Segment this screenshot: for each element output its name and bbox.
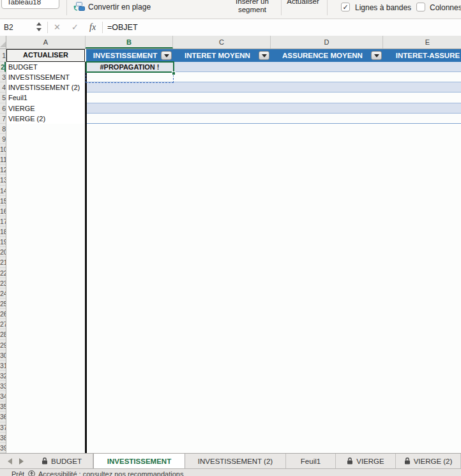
row-header-31[interactable]: 31: [0, 361, 6, 371]
cell-a3[interactable]: INVESTISSEMENT: [6, 72, 85, 82]
status-bar: Prêt Accessibilité : consultez nos recom…: [0, 468, 461, 476]
banded-columns-checkbox[interactable]: [416, 3, 425, 11]
formula-input[interactable]: =OBJET: [107, 19, 138, 36]
cell-a2[interactable]: BUDGET: [6, 62, 85, 72]
row-header-7[interactable]: 7: [0, 114, 6, 124]
formula-bar: B2 ✕ ✓ fx =OBJET: [0, 19, 461, 36]
row-header-25[interactable]: 25: [0, 299, 6, 309]
confirm-formula-button[interactable]: ✓: [72, 19, 79, 36]
filter-dropdown-button[interactable]: [161, 51, 172, 60]
prev-sheet-icon[interactable]: [8, 458, 12, 465]
insert-slicer-button[interactable]: Insérer un segment: [217, 0, 287, 14]
row-header-19[interactable]: 19: [0, 237, 6, 247]
filter-dropdown-button[interactable]: [259, 51, 269, 60]
row-header-20[interactable]: 20: [0, 247, 6, 257]
column-header-e[interactable]: E: [383, 36, 461, 48]
refresh-button[interactable]: Actualiser: [279, 0, 327, 6]
row-header-15[interactable]: 15: [0, 196, 6, 206]
row-header-11[interactable]: 11: [0, 154, 6, 165]
table-header-assurence-moyenn[interactable]: ASSURENCE MOYENN: [271, 49, 383, 62]
table-header-interet-moyenn[interactable]: INTERET MOYENN: [173, 49, 271, 62]
row-header-13[interactable]: 13: [0, 175, 6, 185]
sheet-tab-budget[interactable]: BUDGET: [31, 454, 93, 468]
row-header-9[interactable]: 9: [0, 134, 6, 144]
row-header-21[interactable]: 21: [0, 257, 6, 267]
row-header-27[interactable]: 27: [0, 319, 6, 329]
row-header-36[interactable]: 36: [0, 412, 6, 422]
row-header-1[interactable]: 1: [0, 49, 6, 62]
next-sheet-icon[interactable]: [19, 458, 24, 465]
cancel-formula-button[interactable]: ✕: [54, 19, 61, 36]
banded-rows-checkbox[interactable]: ✓: [341, 3, 350, 11]
convert-to-range-icon: [73, 2, 85, 11]
table-row-5[interactable]: [86, 93, 461, 103]
row-header-14[interactable]: 14: [0, 186, 6, 196]
table-header-label: INTERET-ASSURE: [383, 49, 461, 62]
table-row-7[interactable]: [86, 114, 461, 124]
filter-arrow-icon: [164, 54, 169, 57]
cell-a7[interactable]: VIERGE (2): [6, 114, 85, 124]
sheet-tab-feuil1[interactable]: Feuil1: [286, 454, 336, 468]
convert-to-range-button[interactable]: Convertir en plage: [88, 3, 151, 11]
column-header-d[interactable]: D: [271, 36, 383, 48]
row-header-3[interactable]: 3: [0, 72, 6, 82]
sheet-tab-investissement-2-[interactable]: INVESTISSEMENT (2): [185, 454, 286, 468]
row-header-4[interactable]: 4: [0, 82, 6, 93]
insert-function-button[interactable]: fx: [89, 19, 96, 36]
select-all-corner[interactable]: [0, 36, 6, 48]
row-header-24[interactable]: 24: [0, 288, 6, 299]
cell-a4[interactable]: INVESTISSEMENT (2): [6, 82, 85, 93]
row-header-12[interactable]: 12: [0, 165, 6, 175]
row-header-26[interactable]: 26: [0, 309, 6, 319]
filter-dropdown-button[interactable]: [371, 51, 382, 60]
row-header-35[interactable]: 35: [0, 401, 6, 412]
row-header-39[interactable]: 39: [0, 443, 6, 453]
row-header-8[interactable]: 8: [0, 124, 6, 134]
row-header-23[interactable]: 23: [0, 278, 6, 288]
formula-bar-separator: [102, 22, 103, 33]
column-header-c[interactable]: C: [173, 36, 271, 48]
sheet-tab-label: VIERGE: [356, 457, 384, 465]
cell-a1-actualiser-button[interactable]: ACTUALISER: [6, 49, 85, 62]
row-header-30[interactable]: 30: [0, 350, 6, 361]
row-header-32[interactable]: 32: [0, 371, 6, 381]
row-header-29[interactable]: 29: [0, 340, 6, 350]
active-cell-b2[interactable]: #PROPAGATION !: [86, 61, 174, 73]
column-header-b[interactable]: B: [86, 36, 173, 48]
table-row-6[interactable]: [86, 103, 461, 114]
cell-a5[interactable]: Feuil1: [6, 93, 85, 103]
row-header-18[interactable]: 18: [0, 227, 6, 237]
table-header-investissement[interactable]: INVESTISSEMENT: [86, 49, 173, 62]
table-row-4[interactable]: [86, 82, 461, 93]
row-header-5[interactable]: 5: [0, 93, 6, 103]
sheet-tab-bar: BUDGETINVESTISSEMENTINVESTISSEMENT (2)Fe…: [0, 453, 461, 468]
stepper-up-icon: [36, 22, 42, 26]
table-header-interet-assure[interactable]: INTERET-ASSURE: [383, 49, 461, 62]
row-header-34[interactable]: 34: [0, 391, 6, 401]
sheet-tab-vierge-2-[interactable]: VIERGE (2): [396, 454, 461, 468]
row-header-33[interactable]: 33: [0, 381, 6, 391]
fill-handle[interactable]: [172, 71, 176, 75]
row-header-28[interactable]: 28: [0, 329, 6, 339]
banded-columns-label: Colonnes à: [430, 3, 461, 12]
row-header-2[interactable]: 2: [0, 62, 6, 72]
row-header-17[interactable]: 17: [0, 216, 6, 227]
name-box[interactable]: B2: [4, 19, 13, 36]
row-header-6[interactable]: 6: [0, 103, 6, 114]
column-header-a[interactable]: A: [6, 36, 86, 48]
row-header-38[interactable]: 38: [0, 433, 6, 443]
row-header-10[interactable]: 10: [0, 144, 6, 154]
row-header-16[interactable]: 16: [0, 206, 6, 216]
sheet-tab-investissement[interactable]: INVESTISSEMENT: [93, 454, 185, 468]
table-name-input[interactable]: Tableau18: [1, 0, 59, 9]
insert-slicer-label-line2: segment: [217, 6, 287, 14]
accessibility-status[interactable]: Accessibilité : consultez nos recommanda…: [38, 470, 183, 476]
row-header-22[interactable]: 22: [0, 268, 6, 278]
row-header-37[interactable]: 37: [0, 422, 6, 433]
filter-arrow-icon: [262, 54, 267, 57]
name-box-stepper[interactable]: [36, 22, 42, 33]
insert-slicer-label-line1: Insérer un: [217, 0, 287, 6]
cell-a6[interactable]: VIERGE: [6, 103, 85, 114]
sheet-tab-vierge[interactable]: VIERGE: [336, 454, 396, 468]
lock-icon: [404, 457, 411, 465]
